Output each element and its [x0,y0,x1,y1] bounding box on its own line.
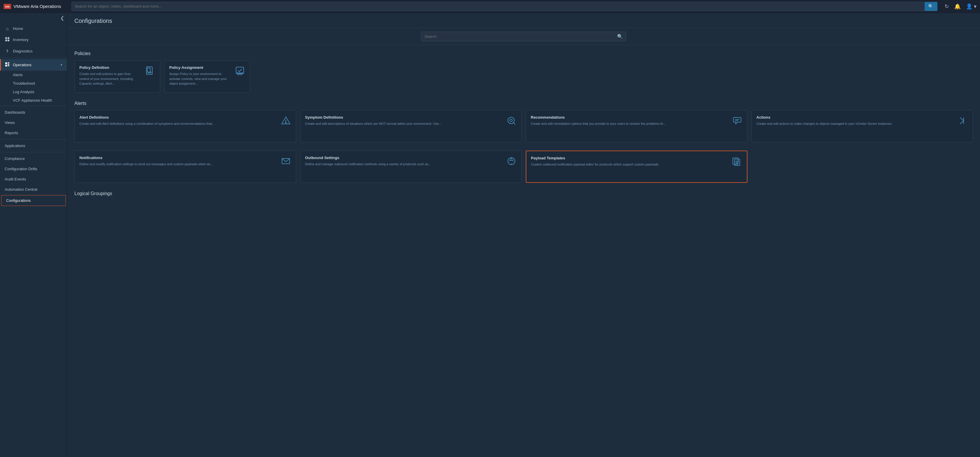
content-search-bar: 🔍 [67,28,980,45]
sidebar-item-reports[interactable]: Reports [0,128,67,138]
content-area: Configurations 🔍 Policies Policy Definit… [67,13,980,457]
notifications-text: Notifications Define and modify notifica… [80,156,277,167]
sidebar-item-applications[interactable]: Applications [0,141,67,151]
sidebar-item-configurations-label: Configurations [6,198,61,203]
sidebar-item-automation-central-label: Automation Central [5,187,62,191]
search-input[interactable] [72,2,924,10]
sidebar-item-operations-label: Operations [13,63,58,67]
svg-rect-8 [8,65,10,66]
svg-line-20 [514,123,515,124]
outbound-settings-text: Outbound Settings Define and manage outb… [305,156,502,167]
diagnostics-icon: ⚕ [5,48,10,54]
alert-definitions-desc: Create and edit Alert definitions using … [80,121,277,126]
sidebar-item-home-label: Home [13,26,62,31]
alert-definitions-icon [281,116,291,128]
policy-assignment-icon [235,66,245,78]
content-body: Policies Policy Definition Create and ed… [67,45,980,206]
payload-templates-text: Payload Templates Custom outbound notifi… [531,156,727,167]
policy-definition-card[interactable]: Policy Definition Create and edit polici… [75,61,160,92]
sidebar-item-log-analysis-label: Log Analysis [13,90,62,94]
sidebar-item-dashboards[interactable]: Dashboards [0,107,67,118]
sidebar-item-automation-central[interactable]: Automation Central [0,184,67,194]
payload-templates-card[interactable]: Payload Templates Custom outbound notifi… [526,151,748,183]
alerts-cards-grid: Alert Definitions Create and edit Alert … [75,110,973,142]
sidebar-item-troubleshoot-label: Troubleshoot [13,81,62,86]
alert-definitions-card[interactable]: Alert Definitions Create and edit Alert … [75,110,296,142]
symptom-definitions-title: Symptom Definitions [305,115,502,119]
inventory-icon [5,37,10,43]
notifications-card[interactable]: Notifications Define and modify notifica… [75,151,296,183]
payload-templates-title: Payload Templates [531,156,727,160]
policy-definition-icon [145,66,155,78]
outbound-settings-card[interactable]: Outbound Settings Define and manage outb… [300,151,522,183]
sidebar-item-config-drifts-label: Configuration Drifts [5,167,62,171]
sidebar-item-config-drifts[interactable]: Configuration Drifts [0,164,67,174]
sidebar-item-operations[interactable]: Operations ▾ [0,59,67,71]
sidebar-item-audit-events-label: Audit Events [5,177,62,182]
svg-rect-7 [8,64,10,65]
sidebar-item-applications-label: Applications [5,143,62,148]
sidebar-item-alerts[interactable]: Alerts [13,71,67,79]
sidebar-item-audit-events[interactable]: Audit Events [0,174,67,184]
svg-point-18 [285,123,286,123]
sidebar-item-alerts-label: Alerts [13,73,62,77]
main-layout: ❮ ⌂ Home Inventory ⚕ Diagnostics Operati… [0,13,980,457]
policy-definition-text: Policy Definition Create and edit polici… [80,65,141,86]
actions-card[interactable]: Actions Create and edit actions to make … [751,110,973,142]
sidebar-item-log-analysis[interactable]: Log Analysis [13,88,67,96]
policies-cards-grid: Policy Definition Create and edit polici… [75,61,250,92]
svg-rect-3 [8,40,10,41]
recommendations-text: Recommendations Create and edit remediat… [531,115,728,126]
alerts-section: Alerts Alert Definitions Create and edit… [75,101,973,183]
svg-rect-0 [5,37,7,39]
svg-rect-4 [5,62,7,64]
policy-definition-desc: Create and edit policies to gain finer c… [80,72,141,86]
policy-assignment-desc: Assign Policy to your environment to act… [169,72,231,86]
operations-chevron-icon: ▾ [60,63,62,67]
topbar: vm VMware Aria Operations 🔍 ↻ 🔔 👤 ▾ [0,0,980,13]
sidebar-item-diagnostics[interactable]: ⚕ Diagnostics [0,45,67,57]
sidebar-item-inventory[interactable]: Inventory [0,34,67,45]
notifications-desc: Define and modify notification settings … [80,162,277,167]
content-search-input[interactable] [425,34,615,39]
policy-assignment-card[interactable]: Policy Assignment Assign Policy to your … [164,61,250,92]
symptom-definitions-card[interactable]: Symptom Definitions Create and edit desc… [300,110,522,142]
policy-definition-title: Policy Definition [80,65,141,70]
notifications-icon[interactable]: 🔔 [954,3,961,10]
user-icon[interactable]: 👤 ▾ [966,3,977,10]
content-search-wrap[interactable]: 🔍 [421,32,626,41]
sidebar-item-reports-label: Reports [5,131,62,135]
actions-text: Actions Create and edit actions to make … [757,115,954,126]
sidebar-collapse-button[interactable]: ❮ [0,13,67,23]
actions-icon [958,116,968,128]
actions-title: Actions [757,115,954,119]
sidebar-item-views-label: Views [5,120,62,125]
alerts-cards-grid-row2: Notifications Define and modify notifica… [75,151,973,183]
refresh-icon[interactable]: ↻ [945,3,949,10]
symptom-definitions-icon [506,116,517,128]
recommendations-card[interactable]: Recommendations Create and edit remediat… [526,110,748,142]
recommendations-icon [732,116,743,128]
sidebar-item-vcf[interactable]: VCF Appliances Health [13,96,67,105]
sidebar-item-diagnostics-label: Diagnostics [13,49,62,53]
alert-definitions-title: Alert Definitions [80,115,277,119]
sidebar-item-home[interactable]: ⌂ Home [0,23,67,34]
payload-templates-icon [732,156,742,169]
sidebar-item-compliance-label: Compliance [5,156,62,161]
sidebar-item-views[interactable]: Views [0,118,67,128]
search-button[interactable]: 🔍 [924,2,937,11]
sidebar-sub-operations: Alerts Troubleshoot Log Analysis VCF App… [0,71,67,105]
logical-groupings-heading: Logical Groupings [75,191,973,196]
sidebar-item-configurations[interactable]: Configurations [1,195,66,206]
sidebar-item-inventory-label: Inventory [13,38,62,42]
policies-section: Policies Policy Definition Create and ed… [75,51,973,92]
svg-point-21 [510,119,512,121]
sidebar-item-troubleshoot[interactable]: Troubleshoot [13,79,67,88]
svg-point-19 [508,117,514,124]
outbound-settings-icon [506,156,517,168]
notifications-title: Notifications [80,156,277,160]
sidebar: ❮ ⌂ Home Inventory ⚕ Diagnostics Operati… [0,13,67,457]
sidebar-item-compliance[interactable]: Compliance [0,153,67,164]
global-search[interactable]: 🔍 [72,2,937,11]
notifications-icon [281,156,291,168]
